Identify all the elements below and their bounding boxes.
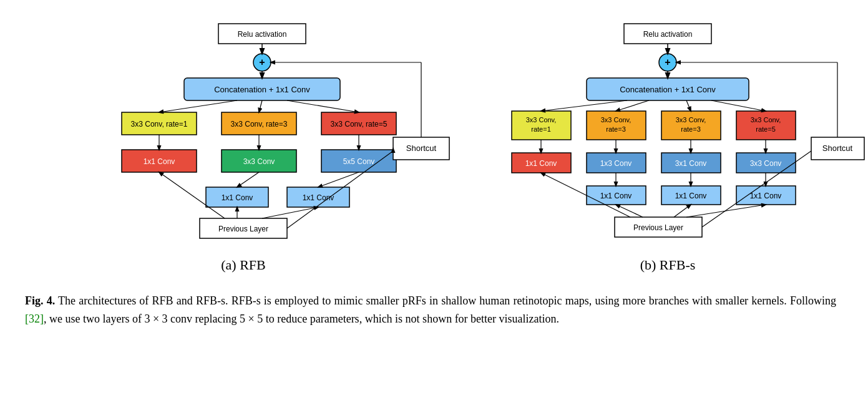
rfb-svg: Relu activation + Concatenation + 1x1 Co… — [25, 12, 462, 250]
svg-line-65 — [686, 100, 691, 111]
svg-text:3x3 Conv,: 3x3 Conv, — [676, 116, 706, 124]
svg-text:3x3 Conv, rate=1: 3x3 Conv, rate=1 — [131, 120, 188, 129]
svg-text:1x1 Conv: 1x1 Conv — [600, 192, 632, 200]
svg-text:3x3 Conv,: 3x3 Conv, — [601, 116, 631, 124]
svg-text:Relu activation: Relu activation — [238, 30, 287, 39]
svg-text:3x3 Conv,: 3x3 Conv, — [751, 116, 781, 124]
svg-line-91 — [616, 205, 643, 217]
diagrams-row: Relu activation + Concatenation + 1x1 Co… — [25, 12, 843, 273]
svg-text:3x3 Conv: 3x3 Conv — [243, 157, 275, 166]
svg-text:rate=3: rate=3 — [681, 125, 701, 133]
figure-caption: Fig. 4. The architectures of RFB and RFB… — [25, 292, 836, 328]
svg-text:3x3 Conv: 3x3 Conv — [750, 159, 782, 168]
svg-line-63 — [541, 100, 627, 111]
svg-line-64 — [616, 100, 649, 111]
rfbs-diagram: Relu activation + Concatenation + 1x1 Co… — [462, 12, 868, 273]
rfb-label: (a) RFB — [221, 257, 266, 273]
caption-fig-label: Fig. 4. — [25, 294, 55, 307]
svg-text:1x1 Conv: 1x1 Conv — [222, 193, 253, 202]
svg-text:Concatenation + 1x1 Conv: Concatenation + 1x1 Conv — [214, 85, 310, 94]
svg-line-16 — [287, 100, 359, 112]
rfb-diagram: Relu activation + Concatenation + 1x1 Co… — [25, 12, 462, 273]
svg-line-92 — [674, 205, 691, 217]
svg-text:Concatenation + 1x1 Conv: Concatenation + 1x1 Conv — [620, 85, 716, 94]
svg-line-66 — [711, 100, 766, 111]
svg-text:Shortcut: Shortcut — [406, 143, 437, 153]
svg-text:+: + — [665, 57, 670, 67]
svg-text:Relu activation: Relu activation — [643, 30, 693, 39]
svg-line-14 — [159, 100, 237, 112]
svg-text:+: + — [259, 57, 265, 67]
caption-text2: , we use two layers of 3 × 3 conv replac… — [44, 313, 559, 325]
rfbs-svg: Relu activation + Concatenation + 1x1 Co… — [462, 12, 868, 250]
svg-text:Previous Layer: Previous Layer — [633, 223, 683, 232]
svg-text:Shortcut: Shortcut — [822, 143, 853, 153]
svg-text:3x3 Conv, rate=5: 3x3 Conv, rate=5 — [331, 120, 388, 129]
svg-line-30 — [237, 172, 259, 187]
svg-text:rate=5: rate=5 — [756, 125, 776, 133]
svg-line-15 — [259, 100, 262, 112]
svg-line-36 — [262, 207, 318, 218]
svg-text:1x3 Conv: 1x3 Conv — [600, 159, 632, 168]
svg-line-93 — [686, 205, 766, 217]
svg-text:1x1 Conv: 1x1 Conv — [144, 157, 175, 166]
svg-text:1x1 Conv: 1x1 Conv — [525, 159, 557, 168]
svg-text:3x1 Conv: 3x1 Conv — [675, 159, 707, 168]
svg-text:5x5 Conv: 5x5 Conv — [343, 157, 375, 166]
svg-text:3x3 Conv, rate=3: 3x3 Conv, rate=3 — [231, 120, 288, 129]
page-container: Relu activation + Concatenation + 1x1 Co… — [25, 12, 843, 328]
svg-text:3x3 Conv,: 3x3 Conv, — [526, 116, 557, 124]
caption-text1: The architectures of RFB and RFB-s. RFB-… — [55, 294, 836, 307]
svg-text:rate=1: rate=1 — [531, 125, 551, 133]
caption-link: [32] — [25, 313, 44, 325]
rfbs-label: (b) RFB-s — [640, 257, 696, 273]
svg-text:Previous Layer: Previous Layer — [218, 225, 268, 233]
svg-text:1x1 Conv: 1x1 Conv — [750, 192, 782, 200]
svg-line-31 — [318, 172, 359, 187]
svg-text:1x1 Conv: 1x1 Conv — [675, 192, 707, 200]
svg-text:rate=3: rate=3 — [606, 125, 626, 133]
